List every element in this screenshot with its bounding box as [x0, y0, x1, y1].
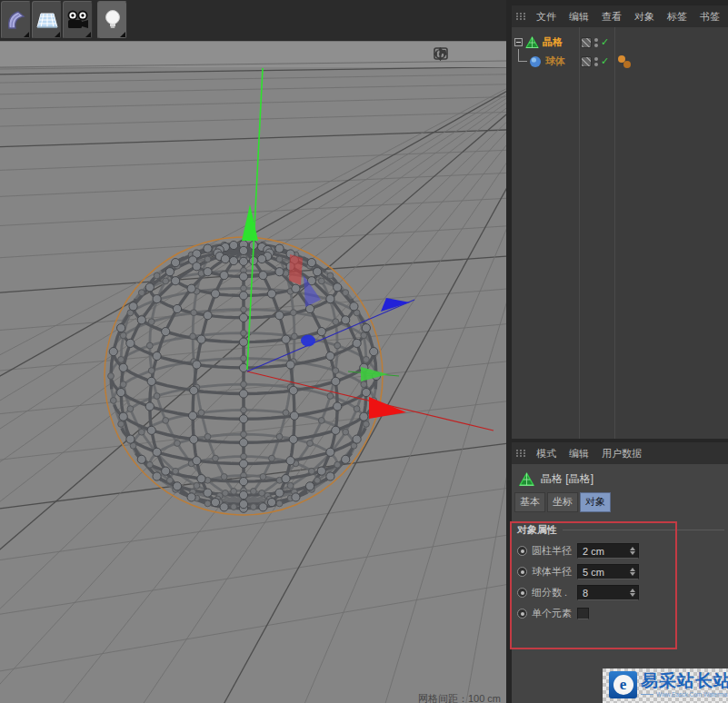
phong-tag-icon[interactable]: [618, 55, 634, 68]
maximize-viewport-icon[interactable]: [488, 47, 504, 63]
am-menu-userdata[interactable]: 用户数据: [595, 447, 648, 460]
subdivision-input[interactable]: 8: [577, 585, 639, 600]
object-title-text: 晶格 [晶格]: [541, 471, 593, 487]
attribute-tabs: 基本 坐标 对象: [512, 492, 728, 512]
bend-deformer-button[interactable]: [1, 1, 31, 39]
sphere-radius-input[interactable]: 5 cm: [577, 564, 639, 579]
visibility-dots-icon[interactable]: [594, 57, 598, 66]
collapse-icon[interactable]: [514, 38, 523, 46]
field-subdivision: 细分数 . 8: [512, 582, 728, 603]
field-label: 细分数 .: [532, 586, 575, 599]
floor-icon: [35, 8, 59, 32]
object-row-lattice[interactable]: 晶格 ✓: [512, 33, 728, 52]
viewport-canvas[interactable]: [0, 42, 506, 703]
field-sphere-radius: 球体半径 5 cm: [512, 561, 728, 582]
camera-button[interactable]: [63, 1, 93, 39]
right-panel: 文件 编辑 查看 对象 标签 书签 晶格: [512, 0, 728, 703]
object-manager: 文件 编辑 查看 对象 标签 书签 晶格: [512, 0, 728, 439]
object-manager-menubar: 文件 编辑 查看 对象 标签 书签: [512, 5, 728, 27]
panel-grip-icon[interactable]: [515, 449, 528, 458]
rotate-icon[interactable]: [470, 47, 485, 63]
object-name[interactable]: 晶格: [543, 35, 563, 49]
tab-coordinates[interactable]: 坐标: [547, 492, 578, 512]
spinner-icon[interactable]: [628, 568, 638, 576]
field-label: 球体半径: [532, 565, 575, 579]
object-name[interactable]: 球体: [545, 54, 565, 68]
tab-basic[interactable]: 基本: [514, 492, 545, 512]
field-value[interactable]: 5 cm: [578, 567, 628, 578]
key-circle-icon[interactable]: [517, 567, 527, 577]
key-circle-icon[interactable]: [517, 609, 527, 619]
am-menu-mode[interactable]: 模式: [530, 447, 563, 460]
tree-line: [518, 49, 527, 62]
enabled-check-icon[interactable]: ✓: [601, 55, 609, 67]
key-circle-icon[interactable]: [517, 546, 527, 556]
easck-logo-icon: e: [609, 671, 637, 698]
grid-spacing-label: 网格间距：100 cm: [418, 692, 501, 703]
app-window: 网格间距：100 cm 文件 编辑 查看 对象 标签 书签: [0, 0, 728, 703]
camera-icon: [65, 8, 90, 32]
spinner-icon[interactable]: [628, 589, 638, 597]
om-menu-bookmarks[interactable]: 书签: [693, 10, 726, 24]
om-menu-file[interactable]: 文件: [530, 10, 563, 24]
single-element-checkbox[interactable]: [577, 608, 589, 619]
object-row-sphere[interactable]: 球体 ✓: [512, 52, 728, 71]
panel-grip-icon[interactable]: [515, 12, 528, 21]
layer-toggle-icon[interactable]: [581, 56, 592, 67]
field-value[interactable]: 2 cm: [578, 546, 628, 557]
section-title: 对象属性: [517, 523, 557, 537]
viewport-nav: [434, 47, 504, 63]
object-tree: 晶格 ✓ 球体: [512, 27, 728, 439]
enabled-check-icon[interactable]: ✓: [601, 36, 609, 48]
om-menu-view[interactable]: 查看: [595, 10, 628, 24]
tab-object[interactable]: 对象: [580, 492, 611, 512]
cylinder-radius-input[interactable]: 2 cm: [577, 543, 639, 559]
om-menu-object[interactable]: 对象: [628, 10, 661, 24]
field-cylinder-radius: 圆柱半径 2 cm: [512, 540, 728, 561]
layer-toggle-icon[interactable]: [581, 37, 592, 48]
sphere-icon: [529, 55, 542, 68]
om-menu-edit[interactable]: 编辑: [563, 10, 595, 24]
attribute-object-title: 晶格 [晶格]: [512, 464, 728, 492]
lattice-icon: [525, 36, 539, 49]
om-menu-tags[interactable]: 标签: [661, 10, 693, 24]
field-value[interactable]: 8: [578, 588, 628, 599]
key-circle-icon[interactable]: [517, 588, 527, 598]
field-single-element: 单个元素: [512, 603, 728, 624]
section-object-properties: 对象属性: [517, 523, 724, 537]
lattice-icon: [519, 472, 534, 487]
floor-button[interactable]: [32, 1, 62, 39]
watermark-subtext: Www.Easck.Com Watermark: [656, 691, 728, 698]
top-toolbar: [0, 0, 506, 41]
watermark: e 易采站长站 Www.Easck.Com Watermark: [603, 668, 728, 703]
spinner-icon[interactable]: [628, 547, 638, 555]
zoom-icon[interactable]: [452, 47, 467, 63]
light-icon: [101, 8, 125, 32]
attribute-manager: 模式 编辑 用户数据 晶格 [晶格] 基本 坐标 对象 对象属性: [512, 439, 728, 703]
viewport-3d: 网格间距：100 cm: [0, 41, 506, 703]
bend-deformer-icon: [5, 8, 28, 32]
am-menu-edit[interactable]: 编辑: [563, 447, 595, 460]
light-button[interactable]: [97, 1, 127, 39]
visibility-dots-icon[interactable]: [594, 38, 598, 47]
attribute-menubar: 模式 编辑 用户数据: [512, 442, 728, 464]
field-label: 单个元素: [532, 607, 575, 620]
field-label: 圆柱半径: [532, 544, 575, 558]
watermark-brand: 易采站长站: [641, 671, 728, 691]
